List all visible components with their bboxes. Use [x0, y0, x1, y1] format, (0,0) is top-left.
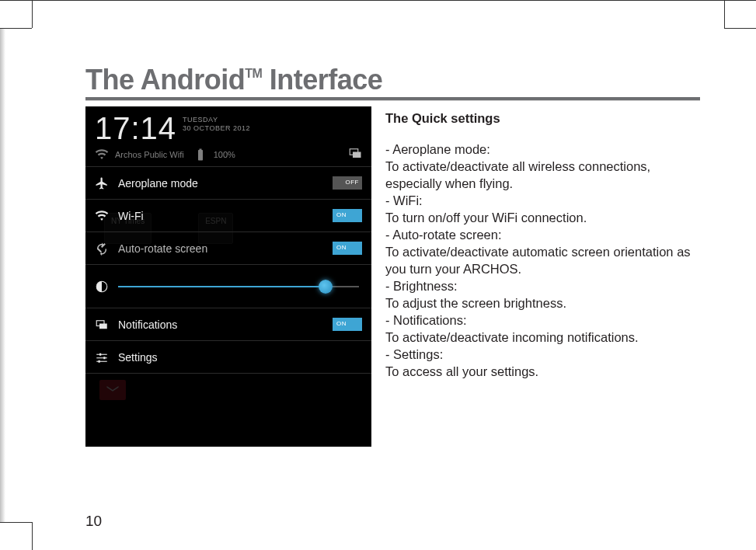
toggle-text: ON	[336, 211, 347, 218]
quicksetting-label: Auto-rotate screen	[118, 242, 207, 255]
item-desc: To turn on/off your WiFi connection.	[385, 209, 700, 226]
notifications-icon	[95, 318, 109, 332]
quicksetting-settings[interactable]: Settings	[85, 340, 371, 373]
settings-sliders-icon	[95, 350, 109, 364]
trademark-symbol: TM	[245, 67, 262, 80]
item-block: Settings: To access all your settings.	[385, 346, 700, 380]
item-title: Auto-rotate screen:	[385, 226, 700, 243]
svg-rect-1	[353, 152, 361, 158]
crop-mark	[0, 522, 32, 523]
svg-rect-10	[99, 360, 100, 362]
item-block: Notifications: To activate/deactivate in…	[385, 312, 700, 346]
clock-time: 17:14	[95, 111, 176, 146]
item-desc: To adjust the screen brightness.	[385, 294, 700, 312]
item-block: WiFi: To turn on/off your WiFi connectio…	[385, 192, 700, 226]
clock-row: 17:14 TUESDAY 30 OCTOBER 2012	[85, 106, 371, 146]
section-heading: The Quick settings	[385, 110, 700, 127]
battery-percent: 100%	[214, 150, 235, 159]
clock-day: TUESDAY	[183, 116, 250, 124]
gmail-icon	[99, 380, 126, 400]
toggle-text: OFF	[346, 179, 360, 186]
item-block: Auto-rotate screen: To activate/deactiva…	[385, 226, 700, 277]
slider-fill	[118, 286, 326, 287]
description-column: The Quick settings Aeroplane mode: To ac…	[385, 110, 700, 380]
item-desc: To access all your settings.	[385, 363, 700, 380]
quicksetting-label: Wi-Fi	[118, 210, 144, 222]
notifications-status-icon	[348, 146, 362, 160]
phone-screenshot: 17:14 TUESDAY 30 OCTOBER 2012 Archos Pub…	[85, 106, 371, 447]
battery-icon	[193, 148, 207, 162]
clock-full-date: 30 OCTOBER 2012	[183, 124, 250, 133]
quicksetting-label: Settings	[118, 351, 158, 364]
wifi-toggle[interactable]: ON	[333, 209, 362, 222]
clock-date: TUESDAY 30 OCTOBER 2012	[183, 116, 250, 133]
crop-mark	[0, 0, 756, 1]
item-title: Brightness:	[385, 277, 700, 294]
item-desc: To activate/deactivate incoming notifica…	[385, 329, 700, 346]
quicksetting-autorotate[interactable]: Auto-rotate screen ON	[85, 231, 371, 264]
quicksetting-label: Aeroplane mode	[118, 177, 198, 190]
crop-mark	[32, 0, 33, 28]
toggle-text: ON	[336, 320, 347, 327]
quicksetting-notifications[interactable]: Notifications ON	[85, 308, 371, 340]
item-desc: To activate/deactivate all wireless conn…	[385, 158, 700, 192]
item-title: Notifications:	[385, 312, 700, 329]
title-part-1: The Android	[85, 64, 245, 96]
title-part-2: Interface	[262, 64, 382, 96]
item-title: WiFi:	[385, 192, 700, 209]
quicksetting-aeroplane[interactable]: Aeroplane mode OFF	[85, 166, 371, 199]
wifi-ssid: Archos Public Wifi	[115, 150, 184, 159]
svg-rect-8	[103, 357, 105, 359]
aeroplane-toggle[interactable]: OFF	[333, 176, 362, 190]
item-desc: To activate/deactivate automatic screen …	[385, 243, 700, 277]
page-gutter-shadow	[0, 29, 5, 522]
page-number: 10	[85, 513, 102, 530]
autorotate-toggle[interactable]: ON	[333, 242, 362, 255]
notifications-toggle[interactable]: ON	[333, 318, 362, 331]
title-rule-shadow	[85, 100, 700, 101]
brightness-slider[interactable]	[118, 279, 359, 294]
quicksetting-brightness[interactable]	[85, 264, 371, 308]
slider-thumb[interactable]	[319, 280, 333, 294]
item-block: Brightness: To adjust the screen brightn…	[385, 277, 700, 312]
brightness-icon	[95, 280, 109, 294]
svg-rect-4	[99, 323, 107, 329]
wifi-icon	[95, 209, 109, 223]
crop-mark	[724, 28, 756, 29]
item-title: Settings:	[385, 346, 700, 363]
item-block: Aeroplane mode: To activate/deactivate a…	[385, 141, 700, 192]
rotate-icon	[95, 242, 109, 256]
airplane-icon	[95, 176, 109, 190]
quicksetting-label: Notifications	[118, 319, 177, 331]
phone-blank-area	[85, 373, 371, 416]
page-content: The AndroidTM Interface 17:14 TUESDAY 30…	[33, 29, 724, 522]
wifi-icon	[95, 148, 109, 162]
quicksetting-wifi[interactable]: Wi-Fi ON	[85, 199, 371, 231]
page-title: The AndroidTM Interface	[85, 64, 382, 96]
crop-mark	[724, 0, 725, 28]
crop-mark	[32, 522, 33, 550]
item-title: Aeroplane mode:	[385, 141, 700, 158]
svg-rect-6	[99, 353, 101, 355]
status-row: Archos Public Wifi 100%	[85, 146, 371, 166]
toggle-text: ON	[336, 244, 347, 251]
